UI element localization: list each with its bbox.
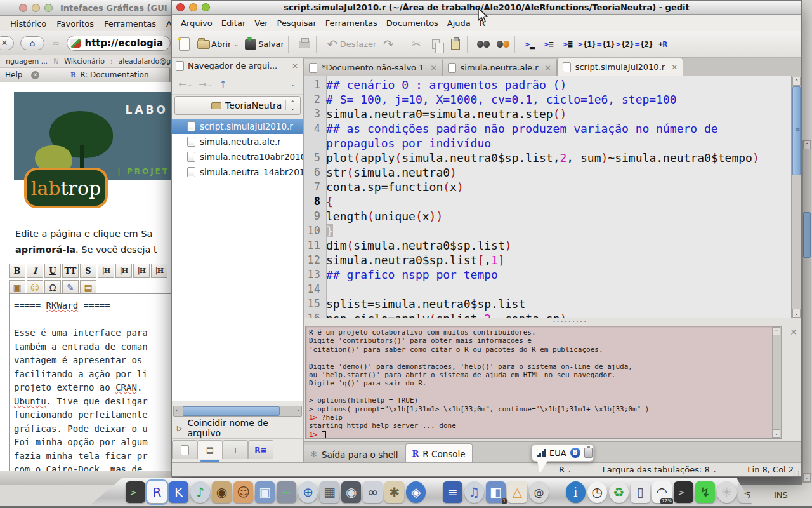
scroll-down-icon[interactable]: ⌄: [773, 429, 780, 438]
brightness-sun-icon[interactable]: ☀: [717, 481, 737, 503]
bottom-panel-tab[interactable]: RR Console: [405, 443, 473, 464]
menu-arquivo[interactable]: Arquivo: [181, 18, 213, 28]
system-monitor-icon[interactable]: ~: [277, 481, 296, 503]
code-line[interactable]: 7conta.sp=function(x): [304, 180, 791, 194]
keyboard-layout-label[interactable]: EUA: [549, 448, 566, 458]
scroll-thumb[interactable]: [803, 212, 811, 258]
r-set-block2-icon[interactable]: ={2}: [635, 36, 652, 53]
code-line[interactable]: 9length(unique(x)): [304, 209, 791, 224]
signature-icon[interactable]: ✎: [62, 280, 79, 295]
paste-button[interactable]: [448, 37, 463, 52]
cut-button[interactable]: ✂: [409, 37, 424, 52]
battery-applet-icon[interactable]: ▯: [631, 481, 650, 503]
file-list-item[interactable]: simula.neutra_14abr2010: [172, 164, 303, 180]
match-filename-expander[interactable]: ▷ Coincidir nome de arquivo: [172, 419, 303, 437]
omega-special-char-icon[interactable]: Ω: [44, 280, 61, 295]
heading-button[interactable]: |H: [133, 264, 150, 278]
back-history-icon[interactable]: ⌄: [188, 81, 193, 88]
menu-favoritos[interactable]: Favoritos: [56, 19, 94, 29]
r-editor-icon[interactable]: R: [147, 481, 167, 503]
address-bar[interactable]: http://ecologia: [67, 36, 171, 51]
terminal-icon[interactable]: >_: [126, 481, 145, 503]
replace-button[interactable]: [495, 37, 511, 52]
scroll-left-icon[interactable]: ‹: [176, 407, 178, 413]
close-tab-icon[interactable]: ✕: [430, 64, 436, 72]
code-line[interactable]: 5plot(apply(simula.neutra0$sp.list,2, su…: [304, 150, 791, 165]
close-panel-icon[interactable]: ✕: [292, 62, 298, 70]
editor-vscrollbar[interactable]: ⌃ ⌄: [791, 76, 801, 318]
scroll-up-icon[interactable]: ⌃: [773, 327, 780, 335]
format-s-button[interactable]: S: [80, 264, 96, 278]
recycle-trash-icon[interactable]: ♻: [609, 481, 629, 503]
code-line[interactable]: 4## as condições padrão não produzem var…: [304, 121, 791, 136]
file-list-item[interactable]: script.simulaJul2010.r: [172, 119, 303, 134]
spinner-icon[interactable]: ⌃⌄: [285, 100, 295, 110]
user-photo-icon[interactable]: ☺: [233, 481, 253, 503]
design-tools-icon[interactable]: △: [508, 481, 527, 503]
format-b-button[interactable]: B: [9, 264, 25, 278]
scroll-right-icon[interactable]: ›: [297, 407, 299, 413]
code-line[interactable]: 1## cenário 0 : argumentos padrão (): [304, 77, 791, 92]
format-u-button[interactable]: U: [44, 264, 61, 278]
close-tab-icon[interactable]: ✕: [31, 71, 39, 79]
r-run-selection-icon[interactable]: >≡: [540, 36, 557, 53]
format-i-button[interactable]: I: [27, 264, 43, 278]
home-button[interactable]: ⌂: [20, 36, 44, 50]
smiley-icon[interactable]: ☺: [27, 280, 43, 295]
r-run-block1-icon[interactable]: >{1}: [578, 36, 595, 53]
document-tab[interactable]: script.simulaJul2010.r✕: [557, 58, 684, 76]
code-line[interactable]: 15splist=simula.neutra0$sp.list: [304, 297, 791, 311]
menu-ferramentas[interactable]: Ferramentas: [104, 19, 156, 29]
format-tt-button[interactable]: TT: [62, 264, 79, 278]
menu-documentos[interactable]: Documentos: [386, 18, 438, 28]
menu-pesquisar[interactable]: Pesquisar: [277, 18, 317, 28]
code-line[interactable]: propagulos por indivíduo: [304, 136, 791, 150]
scroll-down-icon[interactable]: ⌄: [803, 473, 811, 482]
battery-plug-icon[interactable]: [584, 448, 593, 458]
gimp-icon[interactable]: ◉: [212, 481, 232, 503]
multimedia-cd-icon[interactable]: ♫: [464, 481, 484, 503]
code-line[interactable]: 12simula.neutra0$sp.list[,1]: [304, 253, 791, 267]
menu-ajuda[interactable]: Ajuda: [447, 18, 471, 28]
wifi-signal-icon[interactable]: ◠72%: [652, 481, 672, 503]
city-buildings-icon[interactable]: ▦: [320, 481, 339, 503]
document-tab[interactable]: simula.neutra.ale.r✕: [443, 59, 557, 76]
settings-gears-icon[interactable]: ✱: [384, 481, 404, 503]
up-folder-icon[interactable]: ↑: [219, 79, 227, 90]
panel-splitter[interactable]: [304, 318, 801, 323]
file-list-hscrollbar[interactable]: ‹ ›: [173, 406, 302, 417]
close-window-icon[interactable]: [19, 4, 27, 12]
code-line[interactable]: 8{: [304, 194, 791, 209]
menu-ver[interactable]: Ver: [254, 18, 268, 28]
file-browser-panel-tab[interactable]: ▤: [197, 440, 223, 459]
vscroll-thumb[interactable]: [792, 86, 801, 175]
forward-icon[interactable]: →: [199, 79, 207, 90]
code-line[interactable]: 3simula.neutra0=simula.neutra.step(): [304, 107, 791, 121]
documents-panel-tab[interactable]: [172, 440, 197, 459]
r-run-line-icon[interactable]: >‗: [521, 36, 538, 53]
code-lines[interactable]: 1## cenário 0 : argumentos padrão ()2# S…: [304, 77, 791, 318]
find-button[interactable]: [476, 37, 491, 52]
save-button[interactable]: Salvar: [243, 37, 284, 52]
terminal2-icon[interactable]: >_: [674, 481, 693, 503]
plugin-panel-tab[interactable]: +: [223, 440, 248, 459]
heading-button[interactable]: |H: [151, 264, 167, 278]
r-run-all-icon[interactable]: >≣: [559, 36, 576, 53]
open-button[interactable]: Abrir ⌄: [196, 37, 239, 52]
console-scrollbar[interactable]: ⌃ ⌄: [772, 326, 782, 438]
redo-button[interactable]: ↷: [381, 37, 396, 52]
heading-button[interactable]: |H: [98, 264, 114, 278]
r-new-console-icon[interactable]: +R: [654, 36, 671, 53]
hscroll-thumb[interactable]: [183, 406, 280, 416]
scroll-up-icon[interactable]: ⌃: [803, 140, 811, 149]
tab-width-selector[interactable]: Largura das tabulações: 8 ⌄: [603, 465, 717, 474]
bookmark-item[interactable]: nguagem ...: [6, 57, 48, 65]
browser-tab[interactable]: Help✕: [0, 68, 65, 82]
heading-button[interactable]: |H: [115, 264, 132, 278]
scroll-up-icon[interactable]: ⌃: [792, 77, 801, 86]
compass-browser-icon[interactable]: ◈: [406, 481, 426, 503]
scroll-down-icon[interactable]: ⌄: [792, 309, 801, 318]
network-globe-icon[interactable]: ⊕: [298, 481, 318, 503]
info-icon[interactable]: i: [566, 481, 586, 503]
forward-history-icon[interactable]: ⌄: [208, 81, 213, 88]
